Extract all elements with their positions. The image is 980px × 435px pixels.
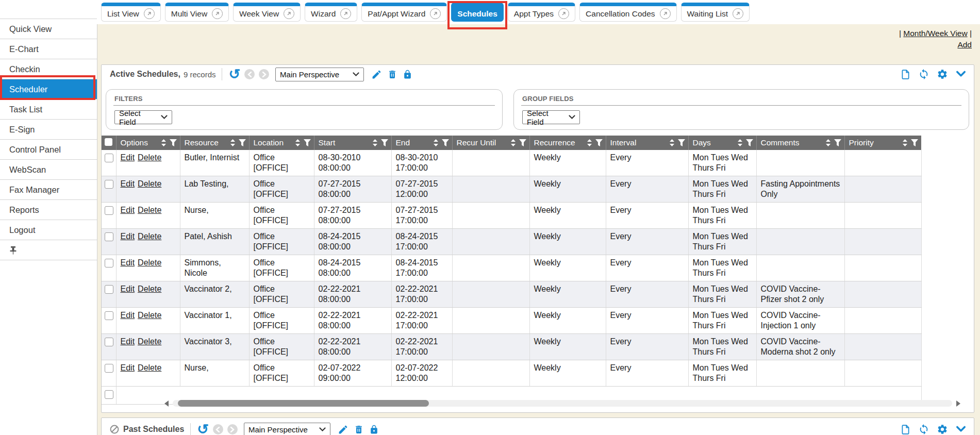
- sort-icon[interactable]: [669, 139, 675, 146]
- sidebar-item-scheduler[interactable]: Scheduler: [0, 79, 97, 99]
- filter-funnel-icon[interactable]: [911, 139, 918, 146]
- delete-link[interactable]: Delete: [138, 232, 161, 241]
- tab-waiting-list[interactable]: Waiting List: [681, 3, 750, 22]
- delete-link[interactable]: Delete: [138, 206, 161, 214]
- popout-icon[interactable]: [212, 8, 223, 19]
- sidebar-item-e-chart[interactable]: E-Chart: [0, 39, 97, 59]
- sort-icon[interactable]: [433, 139, 439, 146]
- settings-gear-icon[interactable]: [937, 69, 948, 80]
- sort-icon[interactable]: [902, 139, 908, 146]
- popout-icon[interactable]: [660, 8, 671, 19]
- select-all-checkbox[interactable]: [105, 138, 112, 146]
- tab-pat-appt-wizard[interactable]: Pat/Appt Wizard: [361, 3, 447, 22]
- filter-funnel-icon[interactable]: [381, 139, 388, 146]
- previous-icon[interactable]: [213, 424, 223, 434]
- popout-icon[interactable]: [340, 8, 351, 19]
- add-link[interactable]: Add: [957, 40, 972, 49]
- edit-link[interactable]: Edit: [121, 153, 135, 162]
- filter-funnel-icon[interactable]: [595, 139, 603, 146]
- sidebar-item-task-list[interactable]: Task List: [0, 99, 97, 120]
- row-checkbox[interactable]: [105, 285, 113, 294]
- sidebar-item-webscan[interactable]: WebScan: [0, 160, 97, 180]
- filters-field-select[interactable]: Select Field: [114, 110, 172, 124]
- row-checkbox[interactable]: [105, 338, 113, 346]
- new-record-icon[interactable]: [900, 424, 911, 435]
- sort-icon[interactable]: [230, 139, 236, 146]
- group-field-select[interactable]: Select Field: [522, 110, 580, 124]
- scroll-left-arrow[interactable]: [164, 400, 169, 407]
- filter-funnel-icon[interactable]: [834, 139, 841, 146]
- sort-icon[interactable]: [587, 139, 592, 146]
- delete-link[interactable]: Delete: [138, 337, 161, 346]
- collapse-chevron-icon[interactable]: [955, 425, 967, 434]
- filter-funnel-icon[interactable]: [678, 139, 685, 146]
- row-checkbox[interactable]: [105, 180, 113, 189]
- edit-link[interactable]: Edit: [121, 285, 135, 293]
- delete-trash-icon[interactable]: [354, 424, 364, 435]
- delete-link[interactable]: Delete: [138, 153, 161, 162]
- new-record-icon[interactable]: [900, 69, 911, 80]
- tab-list-view[interactable]: List View: [101, 3, 161, 22]
- row-checkbox[interactable]: [105, 364, 113, 373]
- tab-schedules[interactable]: Schedules: [451, 3, 504, 22]
- sort-icon[interactable]: [510, 139, 516, 146]
- popout-icon[interactable]: [284, 8, 294, 19]
- filter-funnel-icon[interactable]: [746, 139, 753, 146]
- edit-pencil-icon[interactable]: [371, 69, 382, 80]
- scrollbar-track[interactable]: [173, 400, 952, 407]
- row-checkbox[interactable]: [105, 206, 113, 215]
- edit-link[interactable]: Edit: [121, 232, 135, 241]
- filter-funnel-icon[interactable]: [170, 139, 177, 146]
- tab-multi-view[interactable]: Multi View: [165, 3, 229, 22]
- popout-icon[interactable]: [558, 8, 569, 19]
- refresh-icon[interactable]: [918, 424, 929, 435]
- edit-link[interactable]: Edit: [121, 363, 135, 372]
- popout-icon[interactable]: [733, 8, 743, 19]
- popout-icon[interactable]: [144, 8, 155, 19]
- sidebar-item-e-sign[interactable]: E-Sign: [0, 120, 97, 140]
- row-checkbox[interactable]: [105, 232, 113, 241]
- perspective-select[interactable]: Main Perspective: [275, 68, 364, 81]
- delete-link[interactable]: Delete: [138, 311, 161, 320]
- sort-icon[interactable]: [825, 139, 831, 146]
- lock-icon[interactable]: [369, 424, 379, 435]
- refresh-icon[interactable]: [918, 69, 929, 80]
- sort-icon[interactable]: [372, 139, 378, 146]
- popout-icon[interactable]: [430, 8, 441, 19]
- row-checkbox[interactable]: [105, 390, 113, 399]
- sidebar-item-checkin[interactable]: Checkin: [0, 59, 97, 79]
- edit-pencil-icon[interactable]: [338, 424, 348, 435]
- sidebar-item-reports[interactable]: Reports: [0, 200, 97, 220]
- previous-icon[interactable]: [244, 69, 255, 79]
- edit-link[interactable]: Edit: [121, 311, 135, 320]
- next-icon[interactable]: [227, 424, 238, 434]
- next-icon[interactable]: [259, 69, 269, 79]
- month-week-view-link[interactable]: Month/Week View: [903, 29, 967, 38]
- undo-icon[interactable]: ↺: [197, 423, 209, 435]
- filter-funnel-icon[interactable]: [442, 139, 449, 146]
- delete-trash-icon[interactable]: [387, 69, 397, 80]
- sort-icon[interactable]: [737, 139, 743, 146]
- filter-funnel-icon[interactable]: [304, 139, 311, 146]
- sidebar-item-quick-view[interactable]: Quick View: [0, 19, 97, 39]
- row-checkbox[interactable]: [105, 154, 113, 162]
- lock-icon[interactable]: [403, 69, 412, 80]
- undo-icon[interactable]: ↺: [228, 68, 240, 80]
- tab-wizard[interactable]: Wizard: [305, 3, 357, 22]
- delete-link[interactable]: Delete: [138, 179, 161, 188]
- tab-appt-types[interactable]: Appt Types: [508, 3, 575, 22]
- sidebar-item-control-panel[interactable]: Control Panel: [0, 140, 97, 160]
- sidebar-item-logout[interactable]: Logout: [0, 220, 97, 240]
- row-checkbox[interactable]: [105, 311, 113, 320]
- delete-link[interactable]: Delete: [138, 258, 161, 267]
- sort-icon[interactable]: [161, 139, 167, 146]
- tab-cancellation-codes[interactable]: Cancellation Codes: [579, 3, 676, 22]
- settings-gear-icon[interactable]: [937, 424, 948, 435]
- delete-link[interactable]: Delete: [138, 363, 161, 372]
- past-perspective-select[interactable]: Main Perspective: [244, 423, 330, 435]
- sidebar-item-fax-manager[interactable]: Fax Manager: [0, 180, 97, 200]
- edit-link[interactable]: Edit: [121, 337, 135, 346]
- edit-link[interactable]: Edit: [121, 206, 135, 214]
- row-checkbox[interactable]: [105, 259, 113, 267]
- filter-funnel-icon[interactable]: [239, 139, 246, 146]
